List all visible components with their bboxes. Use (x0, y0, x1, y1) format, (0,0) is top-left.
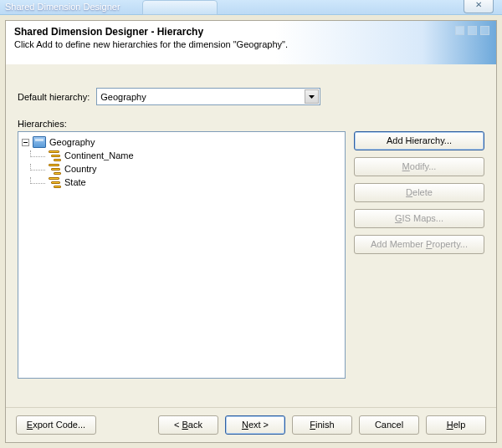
btn-post: inish (315, 420, 335, 430)
tree-child-label: Country (63, 164, 97, 174)
dialog-body: Shared Dimension Designer - Hierarchy Cl… (5, 20, 497, 443)
svg-marker-0 (309, 95, 315, 99)
header-box-icon (455, 26, 464, 35)
footer-right: < Back Next > Finish Cancel Help (158, 415, 486, 435)
tree-child-label: State (63, 177, 86, 187)
add-member-property-button[interactable]: Add Member Property... (354, 235, 484, 254)
dimension-icon (33, 136, 46, 148)
btn-post: roperty... (432, 239, 468, 249)
modify-button[interactable]: Modify... (354, 157, 484, 176)
btn-mnemonic: N (242, 420, 248, 430)
dialog-footer: Export Code... < Back Next > Finish Canc… (6, 407, 496, 442)
btn-mnemonic: B (182, 420, 188, 430)
finish-button[interactable]: Finish (292, 415, 352, 435)
header-box-icon (468, 26, 477, 35)
hierarchies-tree[interactable]: Geography Continent_Name Country (18, 131, 346, 379)
background-tab (142, 0, 218, 15)
hierarchies-area: Geography Continent_Name Country (18, 131, 484, 379)
btn-post: ack (188, 420, 202, 430)
cancel-button[interactable]: Cancel (359, 415, 419, 435)
btn-post: elp (453, 420, 466, 430)
tree-child-row[interactable]: Country (22, 162, 341, 176)
help-button[interactable]: Help (426, 415, 486, 435)
btn-label: Cancel (375, 420, 403, 430)
tree-collapse-icon[interactable] (22, 139, 29, 146)
inactive-window-title: Shared Dimension Designer (0, 0, 502, 15)
level-icon (49, 177, 61, 188)
btn-mnemonic: G (395, 213, 402, 223)
btn-pre: < (174, 420, 182, 430)
btn-post: ext > (248, 420, 269, 430)
side-button-column: Add Hierarchy... Modify... Delete GIS Ma… (354, 131, 484, 379)
tree-child-row[interactable]: State (22, 176, 341, 189)
export-code-button[interactable]: Export Code... (16, 415, 96, 435)
window-close-button[interactable]: ✕ (464, 0, 494, 13)
btn-post: elete (412, 187, 433, 197)
chevron-down-icon (309, 95, 315, 99)
btn-mnemonic: D (406, 187, 412, 197)
tree-child-row[interactable]: Continent_Name (22, 149, 341, 162)
btn-mnemonic: H (447, 420, 453, 430)
next-button[interactable]: Next > (225, 415, 285, 435)
footer-left: Export Code... (16, 415, 96, 435)
gis-maps-button[interactable]: GIS Maps... (354, 209, 484, 228)
page-title: Shared Dimension Designer - Hierarchy (14, 26, 488, 38)
tree-connector-icon (30, 150, 45, 157)
default-hierarchy-combo[interactable]: Geography (96, 88, 320, 105)
btn-mnemonic: M (402, 161, 410, 171)
btn-pre: Add Member (371, 239, 426, 249)
content-area: Default hierarchy: Geography Hierarchies… (6, 64, 496, 407)
default-hierarchy-row: Default hierarchy: Geography (18, 88, 484, 105)
tree-connector-icon (30, 177, 45, 184)
header-box-icon (480, 26, 489, 35)
hierarchies-label: Hierarchies: (18, 119, 484, 129)
default-hierarchy-label: Default hierarchy: (18, 92, 90, 102)
btn-post: xport Code... (33, 420, 85, 430)
tree-connector-icon (30, 164, 45, 171)
tree-root-label: Geography (48, 137, 95, 147)
tree-root-row[interactable]: Geography (22, 135, 341, 149)
close-icon: ✕ (475, 0, 482, 9)
btn-post: odify... (410, 161, 437, 171)
delete-button[interactable]: Delete (354, 183, 484, 202)
level-icon (49, 150, 61, 161)
btn-label: Add Hierarchy... (387, 135, 452, 145)
back-button[interactable]: < Back (158, 415, 218, 435)
window-chrome: Shared Dimension Designer ✕ Shared Dimen… (0, 0, 502, 448)
combo-dropdown-button[interactable] (305, 89, 319, 104)
page-subtitle: Click Add to define new hierarchies for … (14, 39, 488, 49)
add-hierarchy-button[interactable]: Add Hierarchy... (354, 131, 484, 150)
level-icon (49, 164, 61, 175)
dialog-header: Shared Dimension Designer - Hierarchy Cl… (6, 21, 496, 64)
header-window-controls (455, 26, 489, 35)
tree-child-label: Continent_Name (63, 150, 134, 160)
default-hierarchy-value: Geography (100, 92, 146, 102)
btn-post: IS Maps... (402, 213, 444, 223)
inactive-title-text: Shared Dimension Designer (5, 2, 120, 12)
